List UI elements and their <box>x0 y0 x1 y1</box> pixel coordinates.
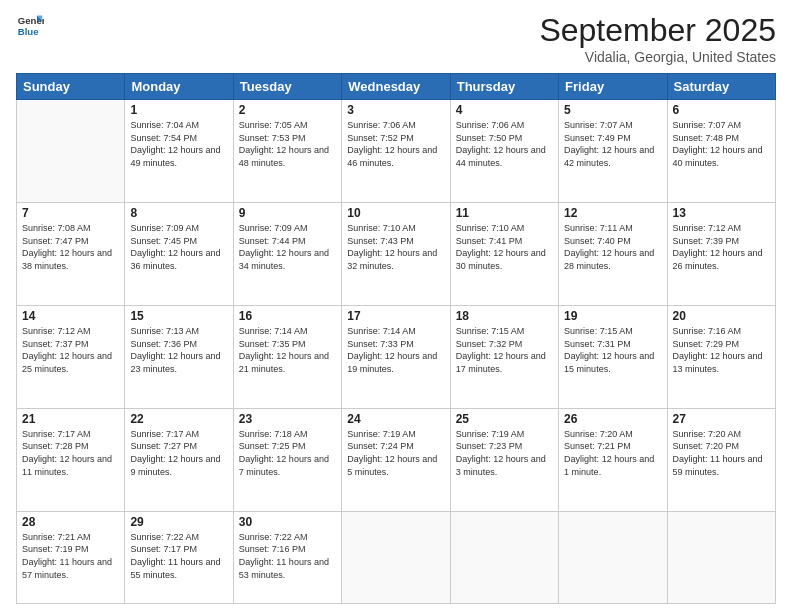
sunset-label: Sunset: 7:23 PM <box>456 441 523 451</box>
table-row <box>17 100 125 203</box>
col-wednesday: Wednesday <box>342 74 450 100</box>
table-row: 30 Sunrise: 7:22 AM Sunset: 7:16 PM Dayl… <box>233 511 341 603</box>
sunset-label: Sunset: 7:36 PM <box>130 339 197 349</box>
day-number: 8 <box>130 206 227 220</box>
daylight-label: Daylight: 12 hours and 17 minutes. <box>456 351 546 374</box>
daylight-label: Daylight: 12 hours and 23 minutes. <box>130 351 220 374</box>
daylight-label: Daylight: 12 hours and 32 minutes. <box>347 248 437 271</box>
table-row: 25 Sunrise: 7:19 AM Sunset: 7:23 PM Dayl… <box>450 408 558 511</box>
daylight-label: Daylight: 12 hours and 1 minute. <box>564 454 654 477</box>
daylight-label: Daylight: 12 hours and 21 minutes. <box>239 351 329 374</box>
day-info: Sunrise: 7:14 AM Sunset: 7:35 PM Dayligh… <box>239 325 336 375</box>
day-number: 29 <box>130 515 227 529</box>
month-title: September 2025 <box>539 12 776 49</box>
day-info: Sunrise: 7:18 AM Sunset: 7:25 PM Dayligh… <box>239 428 336 478</box>
table-row: 4 Sunrise: 7:06 AM Sunset: 7:50 PM Dayli… <box>450 100 558 203</box>
day-info: Sunrise: 7:16 AM Sunset: 7:29 PM Dayligh… <box>673 325 770 375</box>
daylight-label: Daylight: 12 hours and 15 minutes. <box>564 351 654 374</box>
title-block: September 2025 Vidalia, Georgia, United … <box>539 12 776 65</box>
sunset-label: Sunset: 7:40 PM <box>564 236 631 246</box>
sunrise-label: Sunrise: 7:16 AM <box>673 326 742 336</box>
day-info: Sunrise: 7:11 AM Sunset: 7:40 PM Dayligh… <box>564 222 661 272</box>
sunset-label: Sunset: 7:32 PM <box>456 339 523 349</box>
sunrise-label: Sunrise: 7:14 AM <box>239 326 308 336</box>
table-row: 1 Sunrise: 7:04 AM Sunset: 7:54 PM Dayli… <box>125 100 233 203</box>
day-info: Sunrise: 7:17 AM Sunset: 7:27 PM Dayligh… <box>130 428 227 478</box>
sunrise-label: Sunrise: 7:10 AM <box>456 223 525 233</box>
col-sunday: Sunday <box>17 74 125 100</box>
day-info: Sunrise: 7:10 AM Sunset: 7:43 PM Dayligh… <box>347 222 444 272</box>
day-info: Sunrise: 7:19 AM Sunset: 7:24 PM Dayligh… <box>347 428 444 478</box>
day-info: Sunrise: 7:08 AM Sunset: 7:47 PM Dayligh… <box>22 222 119 272</box>
table-row <box>450 511 558 603</box>
sunset-label: Sunset: 7:27 PM <box>130 441 197 451</box>
day-info: Sunrise: 7:19 AM Sunset: 7:23 PM Dayligh… <box>456 428 553 478</box>
sunset-label: Sunset: 7:21 PM <box>564 441 631 451</box>
day-number: 2 <box>239 103 336 117</box>
sunset-label: Sunset: 7:29 PM <box>673 339 740 349</box>
logo: General Blue <box>16 12 44 40</box>
daylight-label: Daylight: 12 hours and 48 minutes. <box>239 145 329 168</box>
day-number: 3 <box>347 103 444 117</box>
table-row: 6 Sunrise: 7:07 AM Sunset: 7:48 PM Dayli… <box>667 100 775 203</box>
day-number: 28 <box>22 515 119 529</box>
table-row: 27 Sunrise: 7:20 AM Sunset: 7:20 PM Dayl… <box>667 408 775 511</box>
day-info: Sunrise: 7:12 AM Sunset: 7:37 PM Dayligh… <box>22 325 119 375</box>
day-info: Sunrise: 7:22 AM Sunset: 7:16 PM Dayligh… <box>239 531 336 581</box>
daylight-label: Daylight: 12 hours and 34 minutes. <box>239 248 329 271</box>
sunset-label: Sunset: 7:41 PM <box>456 236 523 246</box>
sunset-label: Sunset: 7:28 PM <box>22 441 89 451</box>
day-number: 16 <box>239 309 336 323</box>
day-info: Sunrise: 7:17 AM Sunset: 7:28 PM Dayligh… <box>22 428 119 478</box>
col-monday: Monday <box>125 74 233 100</box>
day-info: Sunrise: 7:06 AM Sunset: 7:52 PM Dayligh… <box>347 119 444 169</box>
col-tuesday: Tuesday <box>233 74 341 100</box>
day-number: 22 <box>130 412 227 426</box>
sunrise-label: Sunrise: 7:07 AM <box>564 120 633 130</box>
sunrise-label: Sunrise: 7:14 AM <box>347 326 416 336</box>
daylight-label: Daylight: 12 hours and 38 minutes. <box>22 248 112 271</box>
day-info: Sunrise: 7:09 AM Sunset: 7:44 PM Dayligh… <box>239 222 336 272</box>
day-number: 25 <box>456 412 553 426</box>
location: Vidalia, Georgia, United States <box>539 49 776 65</box>
day-info: Sunrise: 7:20 AM Sunset: 7:20 PM Dayligh… <box>673 428 770 478</box>
table-row: 12 Sunrise: 7:11 AM Sunset: 7:40 PM Dayl… <box>559 202 667 305</box>
daylight-label: Daylight: 12 hours and 42 minutes. <box>564 145 654 168</box>
table-row: 5 Sunrise: 7:07 AM Sunset: 7:49 PM Dayli… <box>559 100 667 203</box>
sunset-label: Sunset: 7:19 PM <box>22 544 89 554</box>
table-row: 3 Sunrise: 7:06 AM Sunset: 7:52 PM Dayli… <box>342 100 450 203</box>
daylight-label: Daylight: 12 hours and 30 minutes. <box>456 248 546 271</box>
sunrise-label: Sunrise: 7:06 AM <box>456 120 525 130</box>
sunset-label: Sunset: 7:44 PM <box>239 236 306 246</box>
day-number: 12 <box>564 206 661 220</box>
sunset-label: Sunset: 7:25 PM <box>239 441 306 451</box>
daylight-label: Daylight: 12 hours and 11 minutes. <box>22 454 112 477</box>
col-saturday: Saturday <box>667 74 775 100</box>
sunrise-label: Sunrise: 7:20 AM <box>564 429 633 439</box>
sunset-label: Sunset: 7:37 PM <box>22 339 89 349</box>
day-number: 11 <box>456 206 553 220</box>
day-number: 30 <box>239 515 336 529</box>
sunrise-label: Sunrise: 7:18 AM <box>239 429 308 439</box>
sunset-label: Sunset: 7:35 PM <box>239 339 306 349</box>
sunrise-label: Sunrise: 7:09 AM <box>130 223 199 233</box>
sunrise-label: Sunrise: 7:22 AM <box>239 532 308 542</box>
sunrise-label: Sunrise: 7:08 AM <box>22 223 91 233</box>
day-number: 26 <box>564 412 661 426</box>
table-row: 8 Sunrise: 7:09 AM Sunset: 7:45 PM Dayli… <box>125 202 233 305</box>
sunset-label: Sunset: 7:31 PM <box>564 339 631 349</box>
day-number: 7 <box>22 206 119 220</box>
sunrise-label: Sunrise: 7:12 AM <box>22 326 91 336</box>
calendar-header-row: Sunday Monday Tuesday Wednesday Thursday… <box>17 74 776 100</box>
sunrise-label: Sunrise: 7:09 AM <box>239 223 308 233</box>
sunset-label: Sunset: 7:43 PM <box>347 236 414 246</box>
table-row: 9 Sunrise: 7:09 AM Sunset: 7:44 PM Dayli… <box>233 202 341 305</box>
table-row <box>559 511 667 603</box>
daylight-label: Daylight: 12 hours and 44 minutes. <box>456 145 546 168</box>
table-row: 13 Sunrise: 7:12 AM Sunset: 7:39 PM Dayl… <box>667 202 775 305</box>
day-info: Sunrise: 7:09 AM Sunset: 7:45 PM Dayligh… <box>130 222 227 272</box>
day-number: 24 <box>347 412 444 426</box>
day-number: 21 <box>22 412 119 426</box>
sunset-label: Sunset: 7:45 PM <box>130 236 197 246</box>
daylight-label: Daylight: 11 hours and 57 minutes. <box>22 557 112 580</box>
